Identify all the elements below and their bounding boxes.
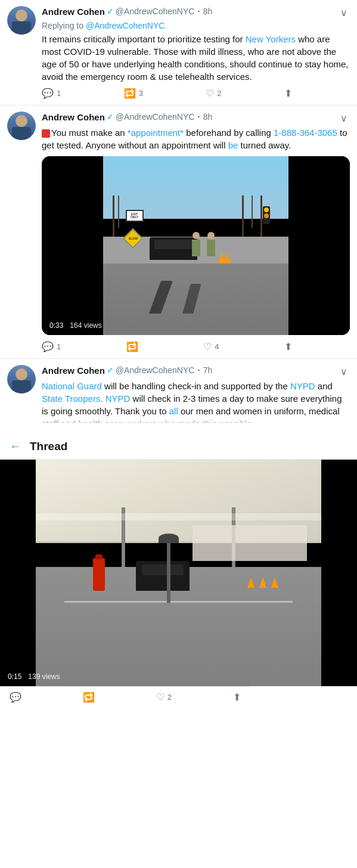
avatar-2: [7, 111, 36, 140]
more-options-3[interactable]: ∨: [338, 365, 350, 379]
reply-count-2: 1: [57, 342, 61, 351]
tweet-3: Andrew Cohen ✓ @AndrewCohenNYC · 7h ∨ Na…: [0, 359, 357, 433]
user-name-3: Andrew Cohen: [42, 365, 105, 376]
floor-line-1: [64, 601, 293, 603]
traffic-cone-2: [223, 253, 231, 264]
video-player-1[interactable]: EXITONLY SLOW: [42, 156, 350, 335]
more-options-1[interactable]: ∨: [338, 6, 350, 20]
reply-icon-2: 💬: [42, 341, 54, 352]
like-count-1: 2: [217, 89, 221, 98]
share-icon-1: ⬆: [284, 88, 292, 99]
vehicle-windshield: [154, 240, 193, 249]
video-main-scene: EXITONLY SLOW: [103, 156, 288, 335]
tent-light-strip: [36, 513, 321, 520]
like-count-2: 4: [215, 342, 219, 351]
tweet-actions-1: 💬 1 🔁 3 ♡ 2 ⬆: [42, 88, 292, 99]
tweet-actions-2: 💬 1 🔁 ♡ 4 ⬆: [42, 341, 292, 352]
reply-action-2[interactable]: 💬 1: [42, 341, 61, 352]
tent-cones: [247, 577, 278, 588]
tweet-text-2: You must make an *appointment* beforehan…: [42, 126, 350, 151]
share-action-1[interactable]: ⬆: [284, 88, 292, 99]
reply-icon-thread: 💬: [10, 692, 21, 703]
traffic-yellow: [264, 207, 269, 212]
retweet-action-2[interactable]: 🔁: [126, 341, 138, 352]
user-handle-2: @AndrewCohenNYC: [116, 112, 195, 122]
tweet-1-header: Andrew Cohen ✓ @AndrewCohenNYC · 8h ∨: [42, 6, 350, 20]
tent-cone-3: [271, 577, 278, 588]
tweet-3-header: Andrew Cohen ✓ @AndrewCohenNYC · 7h ∨: [42, 365, 350, 379]
tweet-1-header-left: Andrew Cohen ✓ @AndrewCohenNYC · 8h: [42, 6, 212, 17]
avatar-3: [7, 365, 36, 393]
video-player-2[interactable]: 0:15 139 views: [0, 460, 357, 686]
red-item: [93, 558, 105, 591]
like-icon-2: ♡: [203, 341, 212, 352]
soldier-2: [207, 240, 215, 256]
user-name-1: Andrew Cohen: [42, 7, 105, 17]
tree-branch-1: [118, 196, 119, 228]
retweet-icon-thread: 🔁: [83, 692, 95, 703]
like-action-thread[interactable]: ♡ 2: [156, 692, 172, 703]
vehicle: [150, 237, 197, 260]
like-action-2[interactable]: ♡ 4: [203, 341, 219, 352]
retweet-icon-2: 🔁: [126, 341, 138, 352]
retweet-action-thread[interactable]: 🔁: [83, 692, 95, 703]
like-count-thread: 2: [167, 693, 172, 702]
reply-icon-1: 💬: [42, 88, 54, 99]
user-name-2: Andrew Cohen: [42, 112, 105, 122]
tweet-time-3: 7h: [203, 365, 213, 375]
tweet-1-content: Andrew Cohen ✓ @AndrewCohenNYC · 8h ∨ Re…: [42, 6, 350, 99]
avatar-1: [7, 6, 36, 35]
thread-tweet-actions: 💬 🔁 ♡ 2 ⬆: [0, 686, 250, 708]
reply-handle-1[interactable]: @AndrewCohenNYC: [86, 21, 165, 30]
like-icon-1: ♡: [206, 88, 214, 99]
traffic-orange: [264, 213, 269, 218]
share-action-2[interactable]: ⬆: [284, 341, 292, 352]
reply-action-1[interactable]: 💬 1: [42, 88, 61, 99]
tweet-2-header-left: Andrew Cohen ✓ @AndrewCohenNYC · 8h: [42, 111, 212, 122]
share-action-thread[interactable]: ⬆: [233, 692, 241, 703]
video2-left: [0, 460, 36, 686]
tree-1: [113, 196, 114, 238]
tree-2: [242, 196, 244, 238]
video-duration-1: 0:33: [46, 321, 66, 330]
video-right-side: [288, 156, 350, 335]
thread-header: ← Thread: [0, 433, 357, 460]
video-overlay-2: 0:15 139 views: [5, 672, 60, 681]
separator-1: ·: [197, 6, 200, 17]
separator-2: ·: [197, 111, 200, 122]
tent-cone-2: [259, 577, 266, 588]
video2-right: [321, 460, 357, 686]
video-views-2: 139 views: [28, 672, 60, 681]
tree-branch-2: [252, 196, 253, 228]
video-left-side: [42, 156, 103, 335]
red-item-top: [95, 554, 103, 559]
video-views-1: 164 views: [70, 321, 101, 330]
tent-scene: [36, 460, 321, 686]
separator-3: ·: [197, 365, 200, 376]
tweet-time-1: 8h: [203, 7, 213, 16]
retweet-action-1[interactable]: 🔁 3: [124, 88, 143, 99]
tree-3: [260, 196, 262, 238]
like-icon-thread: ♡: [156, 692, 164, 703]
more-options-2[interactable]: ∨: [338, 111, 350, 125]
verified-icon-3: ✓: [107, 365, 114, 375]
reply-to-1: Replying to @AndrewCohenNYC: [42, 21, 350, 30]
like-action-1[interactable]: ♡ 2: [206, 88, 221, 99]
tweet-2-header: Andrew Cohen ✓ @AndrewCohenNYC · 8h ∨: [42, 111, 350, 125]
heater-pole: [167, 543, 170, 603]
retweet-icon-1: 🔁: [124, 88, 136, 99]
reply-action-thread[interactable]: 💬: [10, 692, 21, 703]
soldier-1: [192, 240, 200, 256]
tweet-2-content: Andrew Cohen ✓ @AndrewCohenNYC · 8h ∨ Yo…: [42, 111, 350, 352]
tweet-time-2: 8h: [203, 112, 213, 122]
soldier-2-head: [207, 232, 215, 239]
heater-top: [159, 534, 179, 543]
share-icon-thread: ⬆: [233, 692, 241, 703]
red-square-emoji: [42, 129, 50, 138]
tent-vehicle-window: [142, 565, 184, 575]
share-icon-2: ⬆: [284, 341, 292, 352]
user-handle-1: @AndrewCohenNYC: [116, 7, 195, 16]
retweet-count-1: 3: [139, 89, 143, 98]
background-structure: [193, 525, 307, 561]
back-button[interactable]: ←: [10, 439, 21, 453]
